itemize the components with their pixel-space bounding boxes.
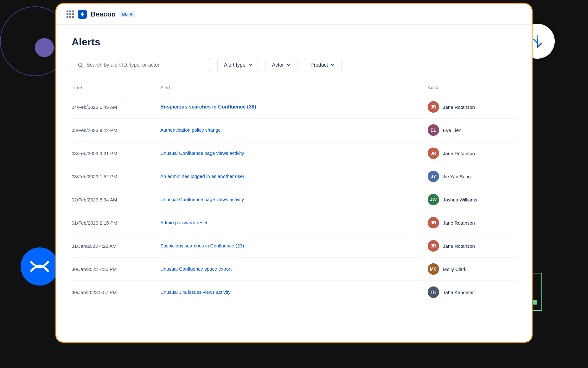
col-time: Time [72,85,160,90]
alert-cell: Suspicious searches in Confluence (38) [160,104,428,110]
table-row: 02/Feb/2023 8:34 AM Unusual Confluence p… [72,188,516,211]
alert-link[interactable]: Admin password reset [160,220,207,225]
actor-cell: EL Eva Lien [428,124,516,136]
actor-name: Taha Kandemir [443,290,475,295]
avatar: JW [428,194,439,205]
alert-cell: Admin password reset [160,220,428,226]
actor-name: Jane Rotanson [443,243,475,249]
table-row: 01/Feb/2023 2:15 PM Admin password reset… [72,211,516,234]
time-cell: 03/Feb/2023 9:22 PM [72,128,160,133]
beta-badge: BETA [119,11,135,17]
actor-cell: JR Jane Rotanson [428,240,516,252]
actor-cell: JY Jie Yan Song [428,171,516,182]
alert-cell: Unusual Jira issues views activity [160,289,428,295]
search-input[interactable] [86,62,205,68]
actor-name: Jane Rotanson [443,220,475,226]
actor-cell: MC Molly Clark [428,263,516,275]
actor-name: Joshua Williams [443,197,477,202]
time-cell: 01/Feb/2023 2:15 PM [72,220,160,226]
avatar: JR [428,101,439,113]
alert-cell: Unusual Confluence page views activity [160,197,428,202]
actor-cell: TK Taha Kandemir [428,286,516,298]
actor-name: Jane Rotanson [443,151,475,156]
alert-link[interactable]: Authentication policy change [160,127,221,133]
avatar: EL [428,124,439,136]
avatar: JY [428,171,439,182]
alert-link[interactable]: Suspicious searches in Confluence (23) [160,243,244,248]
alert-link[interactable]: An admin has logged in as another user [160,174,244,179]
alert-link[interactable]: Unusual Confluence page views activity [160,150,244,156]
page-title: Alerts [72,36,516,48]
avatar: JR [428,240,439,252]
table-header: Time Alert Actor [72,85,516,94]
table-row: 31/Jan/2023 4:23 AM Suspicious searches … [72,234,516,258]
chevron-down-icon [286,63,291,67]
main-card: Beacon BETA Alerts Alert type Actor [55,3,533,343]
filters-row: Alert type Actor Product [72,58,516,72]
app-header: Beacon BETA [56,4,532,25]
alerts-table: Time Alert Actor 04/Feb/2023 6:45 AM Sus… [72,85,516,304]
search-icon [78,62,83,68]
search-box[interactable] [72,58,211,72]
confluence-icon [21,247,59,286]
table-row: 30/Jan/2023 7:35 PM Unusual Confluence s… [72,258,516,281]
alert-link[interactable]: Unusual Confluence page views activity [160,197,244,202]
table-row: 03/Feb/2023 1:52 PM An admin has logged … [72,165,516,188]
time-cell: 03/Feb/2023 3:31 PM [72,151,160,156]
avatar: TK [428,286,439,298]
time-cell: 30/Jan/2023 7:35 PM [72,266,160,272]
table-row: 03/Feb/2023 9:22 PM Authentication polic… [72,119,516,142]
table-row: 04/Feb/2023 6:45 AM Suspicious searches … [72,95,516,119]
alert-link[interactable]: Unusual Confluence space export [160,266,232,272]
chevron-down-icon [330,63,335,67]
avatar: JR [428,217,439,228]
product-filter[interactable]: Product [304,58,342,72]
actor-name: Jane Rotanson [443,104,475,110]
actor-cell: JR Jane Rotanson [428,148,516,159]
time-cell: 04/Feb/2023 6:45 AM [72,104,160,110]
alert-type-filter[interactable]: Alert type [217,58,259,72]
alert-link[interactable]: Suspicious searches in Confluence (38) [160,104,256,109]
alert-cell: Unusual Confluence space export [160,266,428,272]
actor-name: Molly Clark [443,266,466,272]
time-cell: 03/Feb/2023 1:52 PM [72,174,160,179]
col-alert: Alert [160,85,428,90]
table-row: 30/Jan/2023 5:57 PM Unusual Jira issues … [72,281,516,304]
col-actor: Actor [428,85,516,90]
svg-point-1 [79,63,82,67]
main-content: Alerts Alert type Actor [56,25,532,342]
alert-link[interactable]: Unusual Jira issues views activity [160,289,231,295]
time-cell: 31/Jan/2023 4:23 AM [72,243,160,249]
actor-name: Eva Lien [443,128,461,133]
svg-point-0 [81,13,83,15]
avatar: JR [428,148,439,159]
time-cell: 30/Jan/2023 5:57 PM [72,290,160,295]
table-row: 03/Feb/2023 3:31 PM Unusual Confluence p… [72,142,516,165]
actor-cell: JR Jane Rotanson [428,101,516,113]
alert-cell: An admin has logged in as another user [160,174,428,179]
grid-menu-icon[interactable] [67,10,74,18]
alert-cell: Suspicious searches in Confluence (23) [160,243,428,249]
actor-filter[interactable]: Actor [265,58,297,72]
avatar: MC [428,263,439,275]
alert-cell: Authentication policy change [160,127,428,133]
table-body: 04/Feb/2023 6:45 AM Suspicious searches … [72,95,516,304]
alert-cell: Unusual Confluence page views activity [160,150,428,156]
beacon-logo-icon [78,10,87,19]
actor-cell: JR Jane Rotanson [428,217,516,228]
app-name: Beacon [91,10,116,18]
chevron-down-icon [248,63,252,67]
actor-cell: JW Joshua Williams [428,194,516,205]
bg-circle-solid [35,38,54,57]
actor-name: Jie Yan Song [443,174,471,179]
svg-line-2 [82,66,83,68]
time-cell: 02/Feb/2023 8:34 AM [72,197,160,202]
